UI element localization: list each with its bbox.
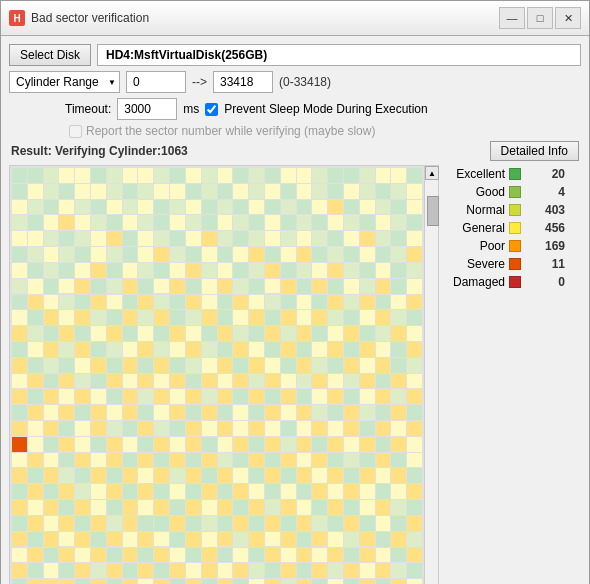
range-end-input[interactable] [213,71,273,93]
sector-cell [360,247,375,262]
cylinder-range-select-wrapper[interactable]: Cylinder Range ▼ [9,71,120,93]
timeout-label: Timeout: [65,102,111,116]
sector-cell [186,532,201,547]
sector-cell [91,468,106,483]
sector-cell [407,516,422,531]
prevent-sleep-checkbox[interactable] [205,103,218,116]
main-area: ▲ ▼ Excellent 20 Good 4 Normal [9,165,581,584]
sector-cell [312,310,327,325]
sector-cell [170,374,185,389]
sector-cell [297,231,312,246]
close-button[interactable]: ✕ [555,7,581,29]
cylinder-range-select[interactable]: Cylinder Range [9,71,120,93]
report-sector-checkbox[interactable] [69,125,82,138]
sector-cell [59,500,74,515]
sector-cell [202,484,217,499]
sector-cell [328,184,343,199]
scrollbar-thumb[interactable] [427,196,439,226]
minimize-button[interactable]: — [499,7,525,29]
sector-cell [344,405,359,420]
sector-cell [123,389,138,404]
vertical-scrollbar[interactable]: ▲ ▼ [424,166,438,584]
timeout-input[interactable] [117,98,177,120]
sector-cell [138,215,153,230]
range-start-input[interactable] [126,71,186,93]
sector-cell [44,310,59,325]
select-disk-button[interactable]: Select Disk [9,44,91,66]
sector-cell [75,215,90,230]
sector-cell [59,484,74,499]
sector-cell [154,215,169,230]
sector-cell [265,532,280,547]
sector-cell [328,548,343,563]
sector-cell [202,215,217,230]
sector-cell [281,468,296,483]
sector-cell [407,263,422,278]
sector-cell [312,405,327,420]
scroll-up-arrow[interactable]: ▲ [425,166,439,180]
sector-cell [154,358,169,373]
sector-cell [154,326,169,341]
sector-cell [91,231,106,246]
sector-cell [233,548,248,563]
sector-cell [344,168,359,183]
sector-cell [107,374,122,389]
sector-cell [407,484,422,499]
sector-cell [218,563,233,578]
sector-cell [154,484,169,499]
legend-color-swatch [509,168,521,180]
sector-cell [91,500,106,515]
sector-cell [376,389,391,404]
sector-cell [28,358,43,373]
sector-cell [281,342,296,357]
maximize-button[interactable]: □ [527,7,553,29]
sector-cell [186,200,201,215]
legend-color-swatch [509,222,521,234]
sector-cell [44,532,59,547]
sector-cell [233,168,248,183]
sector-cell [28,484,43,499]
sector-cell [249,453,264,468]
sector-cell [344,516,359,531]
sector-cell [360,500,375,515]
sector-cell [170,342,185,357]
sector-cell [28,548,43,563]
sector-cell [107,231,122,246]
sector-cell [75,200,90,215]
sector-cell [218,453,233,468]
sector-cell [28,184,43,199]
legend-item: Severe 11 [445,257,565,271]
sector-cell [107,279,122,294]
sector-cell [138,184,153,199]
sector-cell [265,215,280,230]
sector-cell [328,468,343,483]
sector-cell [59,468,74,483]
detailed-info-button[interactable]: Detailed Info [490,141,579,161]
sector-cell [91,532,106,547]
sector-cell [44,500,59,515]
sector-cell [107,200,122,215]
sector-cell [344,295,359,310]
sector-cell [186,168,201,183]
disk-name-label: HD4:MsftVirtualDisk(256GB) [97,44,581,66]
sector-cell [107,263,122,278]
sector-cell [154,548,169,563]
legend-left: Severe [445,257,521,271]
sector-cell [328,579,343,584]
legend-item: Poor 169 [445,239,565,253]
sector-cell [59,184,74,199]
sector-cell [75,184,90,199]
legend-left: Poor [445,239,521,253]
legend-count: 20 [552,167,565,181]
sector-cell [265,579,280,584]
sector-cell [249,342,264,357]
sector-cell [407,184,422,199]
sector-cell [12,342,27,357]
sector-cell [75,500,90,515]
sector-cell [233,374,248,389]
sector-cell [186,500,201,515]
sector-cell [170,310,185,325]
sector-cell [59,548,74,563]
sector-cell [407,200,422,215]
sector-cell [91,342,106,357]
